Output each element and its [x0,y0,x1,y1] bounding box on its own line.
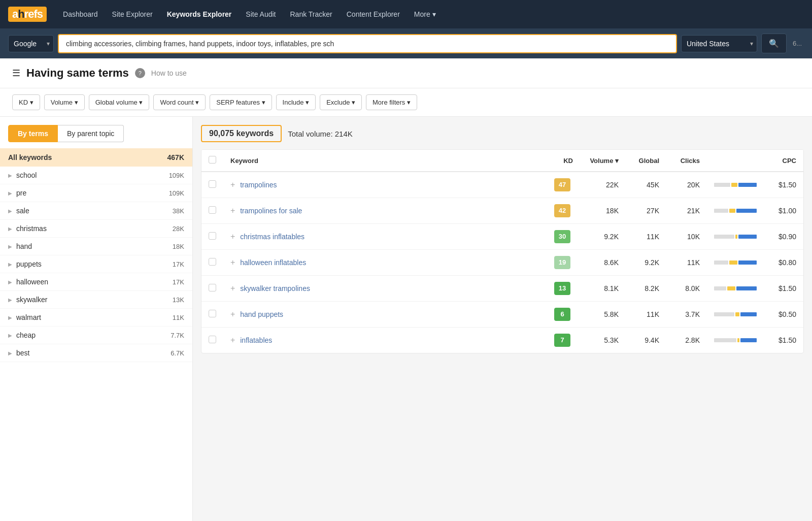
filter-serp-features[interactable]: SERP features ▾ [210,94,272,110]
row-cpc-cell: $0.90 [768,224,803,250]
row-checkbox[interactable] [209,232,216,240]
filter-volume[interactable]: Volume ▾ [44,94,85,110]
sidebar-count: 17K [173,278,184,286]
th-keyword[interactable]: Keyword [223,150,545,172]
country-select[interactable]: United States [681,35,757,52]
row-kd-cell: 7 [545,328,580,353]
list-item[interactable]: ▶ hand 18K [0,238,192,255]
nav-rank-tracker[interactable]: Rank Tracker [284,6,338,22]
keyword-link[interactable]: inflatables [240,336,272,344]
sidebar-count: 11K [173,314,184,321]
row-kd-cell: 42 [545,198,580,224]
row-checkbox[interactable] [209,180,216,188]
row-checkbox[interactable] [209,206,216,214]
th-checkbox[interactable] [201,150,223,172]
row-checkbox[interactable] [209,336,216,343]
help-icon[interactable]: ? [135,68,145,78]
row-cpc-cell: $1.50 [768,328,803,353]
kd-badge: 42 [554,204,570,217]
row-checkbox[interactable] [209,284,216,291]
expand-arrow-icon: ▶ [8,333,12,338]
tab-by-parent-topic[interactable]: By parent topic [58,125,124,142]
keyword-link[interactable]: christmas inflatables [240,233,304,241]
row-kd-cell: 13 [545,276,580,302]
filter-more[interactable]: More filters ▾ [366,94,417,110]
kd-badge: 19 [554,256,570,269]
search-button[interactable]: 🔍 [761,34,787,53]
nav-more[interactable]: More ▾ [408,6,442,22]
row-checkbox[interactable] [209,310,216,317]
keywords-table: Keyword KD Volume ▾ Global Clicks CPC + … [201,150,803,353]
row-global-cell: 8.2K [626,276,666,302]
bar-blue [738,260,757,265]
list-item[interactable]: ▶ walmart 11K [0,309,192,327]
th-global[interactable]: Global [626,150,666,172]
th-volume[interactable]: Volume ▾ [580,150,626,172]
add-keyword-button[interactable]: + [230,206,235,215]
th-cpc[interactable]: CPC [768,150,803,172]
nav-content-explorer[interactable]: Content Explorer [341,6,406,22]
expand-arrow-icon: ▶ [8,297,12,303]
tab-by-terms[interactable]: By terms [8,125,58,142]
row-global-cell: 11K [626,224,666,250]
row-volume-cell: 22K [580,172,626,198]
table-header-row: Keyword KD Volume ▾ Global Clicks CPC [201,150,803,172]
row-checkbox-cell [201,328,223,353]
add-keyword-button[interactable]: + [230,258,235,267]
nav-site-explorer[interactable]: Site Explorer [106,6,159,22]
nav-keywords-explorer[interactable]: Keywords Explorer [161,6,238,22]
list-item[interactable]: ▶ sale 38K [0,202,192,220]
list-item[interactable]: ▶ halloween 17K [0,273,192,291]
keyword-link[interactable]: halloween inflatables [240,258,306,267]
list-item[interactable]: ▶ pre 109K [0,184,192,202]
expand-arrow-icon: ▶ [8,315,12,320]
sidebar-keyword: puppets [16,260,173,268]
top-navigation: ahrefs Dashboard Site Explorer Keywords … [0,0,812,28]
filter-kd[interactable]: KD ▾ [12,94,40,110]
kd-badge: 30 [554,230,570,243]
th-clicks[interactable]: Clicks [666,150,707,172]
add-keyword-button[interactable]: + [230,310,235,319]
list-item[interactable]: ▶ skywalker 13K [0,291,192,309]
keyword-link[interactable]: hand puppets [240,310,283,318]
list-item[interactable]: ▶ school 109K [0,167,192,184]
add-keyword-button[interactable]: + [230,232,235,241]
expand-arrow-icon: ▶ [8,173,12,178]
bar-blue [736,209,757,213]
list-item[interactable]: ▶ best 6.7K [0,344,192,362]
add-keyword-button[interactable]: + [230,180,235,189]
row-global-cell: 45K [626,172,666,198]
keyword-link[interactable]: trampolines for sale [240,207,302,215]
list-item[interactable]: ▶ christmas 28K [0,220,192,238]
th-kd[interactable]: KD [545,150,580,172]
row-bar-cell [707,198,768,224]
keyword-link[interactable]: trampolines [240,181,277,189]
sidebar-toggle[interactable]: ☰ [12,68,20,79]
row-cpc-cell: $0.80 [768,250,803,276]
row-checkbox[interactable] [209,258,216,266]
list-item[interactable]: ▶ cheap 7.7K [0,327,192,344]
nav-dashboard[interactable]: Dashboard [57,6,104,22]
logo[interactable]: ahrefs [8,7,47,22]
expand-arrow-icon: ▶ [8,262,12,267]
select-all-checkbox[interactable] [209,156,216,164]
bar-blue [740,312,757,316]
nav-site-audit[interactable]: Site Audit [240,6,282,22]
keyword-link[interactable]: skywalker trampolines [240,284,310,292]
filter-exclude[interactable]: Exclude ▾ [320,94,362,110]
sidebar-all-keywords[interactable]: All keywords 467K [0,148,192,167]
th-bar [707,150,768,172]
list-item[interactable]: ▶ puppets 17K [0,255,192,273]
filter-global-volume[interactable]: Global volume ▾ [89,94,150,110]
add-keyword-button[interactable]: + [230,336,235,345]
page-title: Having same terms [26,67,129,80]
filter-word-count[interactable]: Word count ▾ [153,94,206,110]
row-clicks-cell: 11K [666,250,707,276]
search-input[interactable] [58,34,677,53]
row-global-cell: 27K [626,198,666,224]
filter-include[interactable]: Include ▾ [276,94,316,110]
how-to-use-link[interactable]: How to use [151,69,187,77]
sidebar-keyword: sale [16,207,173,215]
search-engine-select[interactable]: Google [8,35,54,52]
add-keyword-button[interactable]: + [230,284,235,293]
